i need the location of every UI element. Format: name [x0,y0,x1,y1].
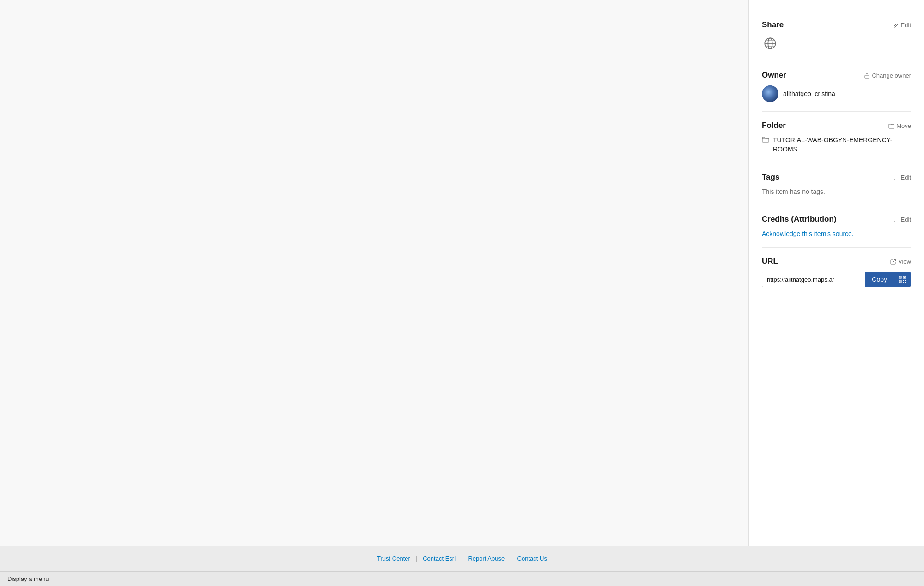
lock-icon [864,72,870,79]
owner-row: allthatgeo_cristina [762,85,911,102]
url-input[interactable] [762,272,865,287]
copy-button[interactable]: Copy [865,272,894,287]
report-abuse-link[interactable]: Report Abuse [462,555,510,562]
folder-name: TUTORIAL-WAB-OBGYN-EMERGENCY-ROOMS [773,136,911,154]
folder-title: Folder [762,121,786,130]
svg-rect-13 [903,282,904,283]
owner-avatar-inner [762,85,778,102]
change-owner-link[interactable]: Change owner [864,72,911,79]
trust-center-link[interactable]: Trust Center [371,555,416,562]
folder-section-header: Folder Move [762,121,911,130]
share-section: Share Edit [762,11,911,61]
share-title: Share [762,20,784,30]
move-link[interactable]: Move [888,122,911,129]
url-section: URL View Copy [762,248,911,296]
svg-rect-4 [762,138,769,142]
svg-rect-12 [905,280,906,281]
owner-title: Owner [762,71,786,80]
move-folder-icon [888,123,894,129]
owner-section: Owner Change owner allthatgeo_cristina [762,61,911,112]
tags-title: Tags [762,173,779,182]
folder-row: TUTORIAL-WAB-OBGYN-EMERGENCY-ROOMS [762,136,911,154]
tags-section-header: Tags Edit [762,173,911,182]
share-section-header: Share Edit [762,20,911,30]
no-tags-text: This item has no tags. [762,188,825,195]
qr-code-button[interactable] [894,272,911,287]
qr-icon [899,276,906,283]
pencil-icon [894,22,899,28]
svg-rect-10 [900,281,901,282]
tags-edit-link[interactable]: Edit [894,174,911,181]
svg-rect-6 [900,277,901,278]
left-panel [0,0,748,546]
svg-rect-11 [903,280,904,281]
share-edit-link[interactable]: Edit [894,22,911,29]
url-title: URL [762,257,778,266]
folder-icon [762,136,769,144]
credits-source-link[interactable]: Acknowledge this item's source. [762,230,854,237]
credits-section: Credits (Attribution) Edit Acknowledge t… [762,205,911,248]
display-menu-label: Display a menu [7,575,49,582]
url-view-link[interactable]: View [890,258,911,265]
svg-rect-3 [889,125,894,128]
svg-rect-14 [905,282,906,283]
tags-section: Tags Edit This item has no tags. [762,163,911,205]
url-section-header: URL View [762,257,911,266]
credits-pencil-icon [894,217,899,222]
owner-section-header: Owner Change owner [762,71,911,80]
share-globe-icon [762,35,778,52]
url-row: Copy [762,272,911,287]
credits-section-header: Credits (Attribution) Edit [762,215,911,224]
contact-esri-link[interactable]: Contact Esri [417,555,461,562]
svg-rect-2 [865,75,869,78]
svg-rect-8 [904,277,905,278]
display-menu-bar: Display a menu [0,571,924,586]
right-panel: Share Edit Owner [748,0,924,546]
footer: Trust Center | Contact Esri | Report Abu… [0,546,924,571]
footer-links: Trust Center | Contact Esri | Report Abu… [371,555,553,562]
owner-name: allthatgeo_cristina [783,90,835,97]
tags-pencil-icon [894,175,899,180]
credits-edit-link[interactable]: Edit [894,216,911,223]
contact-us-link[interactable]: Contact Us [512,555,553,562]
folder-section: Folder Move TUTORIAL-WAB-OBGYN-EMERG [762,112,911,163]
page-wrapper: Share Edit Owner [0,0,924,546]
external-link-icon [890,259,896,265]
credits-title: Credits (Attribution) [762,215,836,224]
owner-avatar [762,85,778,102]
